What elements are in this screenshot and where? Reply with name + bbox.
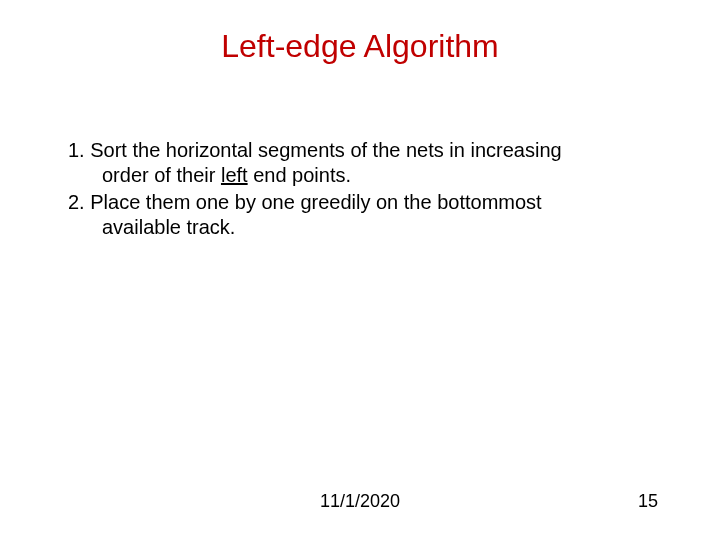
item-text-line2: order of their left end points.	[68, 163, 652, 188]
item-text-line2: available track.	[68, 215, 652, 240]
item-text-pre: available track.	[102, 216, 235, 238]
item-number: 1.	[68, 139, 85, 161]
item-text-underlined: left	[221, 164, 248, 186]
list-item: 1. Sort the horizontal segments of the n…	[68, 138, 652, 188]
item-text-line1: Place them one by one greedily on the bo…	[90, 191, 541, 213]
slide-title: Left-edge Algorithm	[0, 28, 720, 65]
slide: Left-edge Algorithm 1. Sort the horizont…	[0, 0, 720, 540]
item-text-post: end points.	[248, 164, 351, 186]
list-item: 2. Place them one by one greedily on the…	[68, 190, 652, 240]
slide-body: 1. Sort the horizontal segments of the n…	[68, 138, 652, 242]
footer-page-number: 15	[638, 491, 658, 512]
item-text-pre: order of their	[102, 164, 221, 186]
item-number: 2.	[68, 191, 85, 213]
footer-date: 11/1/2020	[0, 491, 720, 512]
item-text-line1: Sort the horizontal segments of the nets…	[90, 139, 561, 161]
